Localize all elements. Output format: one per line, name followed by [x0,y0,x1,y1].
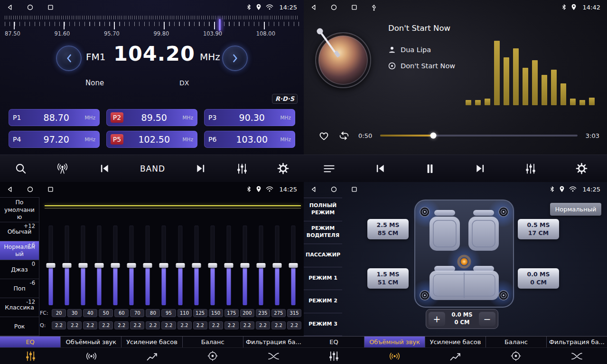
eq-band-slider[interactable] [253,226,269,305]
tab-eq[interactable]: EQ [0,337,61,347]
delay-front-right-button[interactable]: 0.5 MS 17 CM [518,219,559,239]
settings-button[interactable] [576,163,588,174]
eq-band-slider[interactable] [156,226,172,305]
band-label: FM1 [86,51,105,63]
preset-p5-button[interactable]: P5102.50MHz [106,131,197,148]
seek-previous-button[interactable] [99,163,111,174]
back-button[interactable] [310,186,317,192]
eq-band-slider[interactable] [140,226,156,305]
delay-adjust-value: 0.0 MS 0 CM [448,311,476,326]
tab-surround[interactable]: Объёмный звук [61,337,121,347]
tab-bass-boost-button[interactable] [425,348,486,364]
progress-thumb[interactable] [430,133,437,139]
eq-band-slider[interactable] [75,226,91,305]
tab-balance-button[interactable] [182,348,243,364]
mode-item-full[interactable]: ПОЛНЫЙ РЕЖИМ [304,198,342,221]
previous-track-button[interactable] [374,163,386,174]
tune-down-button[interactable] [56,46,82,71]
eq-band-slider[interactable] [285,226,301,305]
tab-filter-button[interactable] [546,348,607,364]
stage-preset-button[interactable]: Нормальный [550,203,601,216]
tab-filter[interactable]: Фильтрация ба... [243,337,304,347]
back-button[interactable] [7,186,13,192]
faders-icon [328,351,339,362]
eq-band-slider[interactable] [188,226,205,305]
tab-balance[interactable]: Баланс [486,337,547,347]
delay-rear-left-button[interactable]: 1.5 MS 51 CM [367,268,409,289]
recents-button[interactable] [351,4,357,10]
eq-band-slider[interactable] [172,226,188,305]
visualizer-bar [579,100,585,105]
settings-button[interactable] [277,163,289,174]
tab-filter-button[interactable] [243,348,304,364]
preset-p2-button[interactable]: P289.50MHz [106,109,197,126]
tuner-mode-button[interactable] [56,163,69,174]
eq-shortcut-button[interactable] [525,163,536,174]
eq-band-slider[interactable] [269,226,285,305]
tuner-scale[interactable]: 87.50 91.60 95.70 99.80 103.90 108.00 [0,16,304,38]
band-button[interactable]: BAND [140,164,165,173]
playlist-button[interactable] [323,164,335,173]
eq-q-value: 2.2 [161,321,176,329]
recents-button[interactable] [47,186,54,192]
delay-increase-button[interactable]: + [429,312,445,326]
mode-item-3[interactable]: РЕЖИМ 3 [304,313,342,337]
home-button[interactable] [331,4,337,10]
sound-iconbar [0,348,304,364]
eq-fc-value: 315 [287,309,301,317]
home-button[interactable] [331,186,337,192]
eq-band-slider[interactable] [221,226,237,305]
eq-shortcut-button[interactable] [236,163,248,174]
preset-p4-button[interactable]: P497.20MHz [9,131,100,148]
visualizer-bar [551,70,557,105]
previous-track-icon [99,163,111,174]
eq-q-value: 2.2 [256,321,270,329]
tuner-indicator[interactable] [219,19,221,31]
tab-surround-button[interactable] [364,348,425,364]
next-track-button[interactable] [474,163,486,174]
eq-band-slider[interactable] [43,226,59,305]
preset-p6-button[interactable]: P6103.00MHz [204,131,295,148]
tab-surround-button[interactable] [61,348,121,364]
favorite-button[interactable] [318,130,330,141]
back-button[interactable] [310,4,317,10]
preset-p1-button[interactable]: P188.70MHz [9,109,100,126]
preset-p3-button[interactable]: P390.30MHz [204,109,295,126]
tab-eq-button[interactable] [0,348,61,364]
eq-band-slider[interactable] [123,226,140,305]
eq-band-slider[interactable] [107,226,123,305]
mode-item-passenger[interactable]: ПАССАЖИР [304,244,342,267]
tab-filter[interactable]: Фильтрация ба... [547,337,607,347]
tab-bass-boost[interactable]: Усиление басов [425,337,486,347]
pause-button[interactable] [425,163,435,174]
delay-front-left-button[interactable]: 2.5 MS 85 CM [367,219,409,239]
back-button[interactable] [7,4,13,10]
eq-band-slider[interactable] [91,226,107,305]
eq-band-slider[interactable] [205,226,221,305]
tab-eq-button[interactable] [304,348,364,364]
tab-surround[interactable]: Объёмный звук [364,337,425,347]
mode-item-1[interactable]: РЕЖИМ 1 [304,267,342,291]
mode-item-driver[interactable]: РЕЖИМ ВОДИТЕЛЯ [304,221,342,245]
scan-button[interactable] [15,163,27,174]
eq-q-value: 2.2 [193,321,207,329]
eq-band-slider[interactable] [59,226,75,305]
delay-decrease-button[interactable]: − [479,312,495,326]
tab-eq[interactable]: EQ [304,337,364,347]
eq-band-slider[interactable] [237,226,253,305]
tune-up-button[interactable] [222,46,248,71]
recents-button[interactable] [47,4,54,10]
tab-balance-button[interactable] [486,348,546,364]
visualizer-bar [466,100,471,105]
tab-bass-boost-button[interactable] [121,348,182,364]
repeat-button[interactable] [338,130,350,141]
progress-bar[interactable] [380,135,578,136]
tab-bass-boost[interactable]: Усиление басов [121,337,182,347]
seek-next-button[interactable] [195,163,206,174]
delay-rear-right-button[interactable]: 0.0 MS 0 CM [518,268,559,289]
tab-balance[interactable]: Баланс [183,337,243,347]
recents-button[interactable] [351,186,357,192]
band-mode-label: None [85,79,104,87]
mode-item-2[interactable]: РЕЖИМ 2 [304,290,342,313]
home-button[interactable] [27,4,33,10]
